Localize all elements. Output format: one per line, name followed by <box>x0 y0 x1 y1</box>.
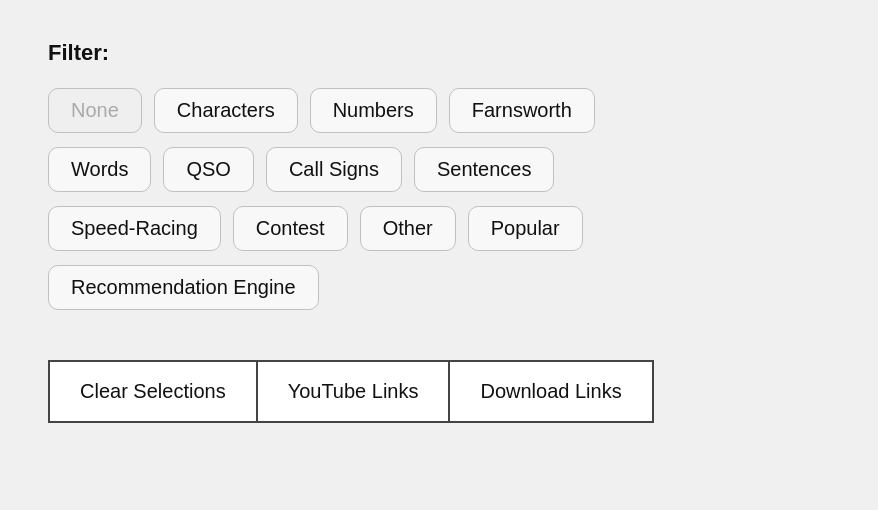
download-links-button[interactable]: Download Links <box>449 360 653 423</box>
main-container: Filter: NoneCharactersNumbersFarnsworthW… <box>48 40 830 423</box>
filter-row-3: Recommendation Engine <box>48 265 830 310</box>
filter-chip-qso[interactable]: QSO <box>163 147 253 192</box>
filter-chip-recommendation-engine[interactable]: Recommendation Engine <box>48 265 319 310</box>
filter-chip-popular[interactable]: Popular <box>468 206 583 251</box>
filter-chip-sentences[interactable]: Sentences <box>414 147 555 192</box>
clear-selections-button[interactable]: Clear Selections <box>48 360 257 423</box>
filter-chip-speed-racing[interactable]: Speed-Racing <box>48 206 221 251</box>
filter-chip-words[interactable]: Words <box>48 147 151 192</box>
filter-chip-farnsworth[interactable]: Farnsworth <box>449 88 595 133</box>
filter-rows: NoneCharactersNumbersFarnsworthWordsQSOC… <box>48 88 830 310</box>
filter-label: Filter: <box>48 40 830 66</box>
filter-chip-other[interactable]: Other <box>360 206 456 251</box>
action-buttons: Clear Selections YouTube Links Download … <box>48 360 830 423</box>
youtube-links-button[interactable]: YouTube Links <box>257 360 450 423</box>
filter-row-2: Speed-RacingContestOtherPopular <box>48 206 830 251</box>
filter-chip-call-signs[interactable]: Call Signs <box>266 147 402 192</box>
filter-chip-numbers[interactable]: Numbers <box>310 88 437 133</box>
filter-chip-characters[interactable]: Characters <box>154 88 298 133</box>
filter-row-0: NoneCharactersNumbersFarnsworth <box>48 88 830 133</box>
filter-chip-contest[interactable]: Contest <box>233 206 348 251</box>
filter-chip-none: None <box>48 88 142 133</box>
filter-row-1: WordsQSOCall SignsSentences <box>48 147 830 192</box>
